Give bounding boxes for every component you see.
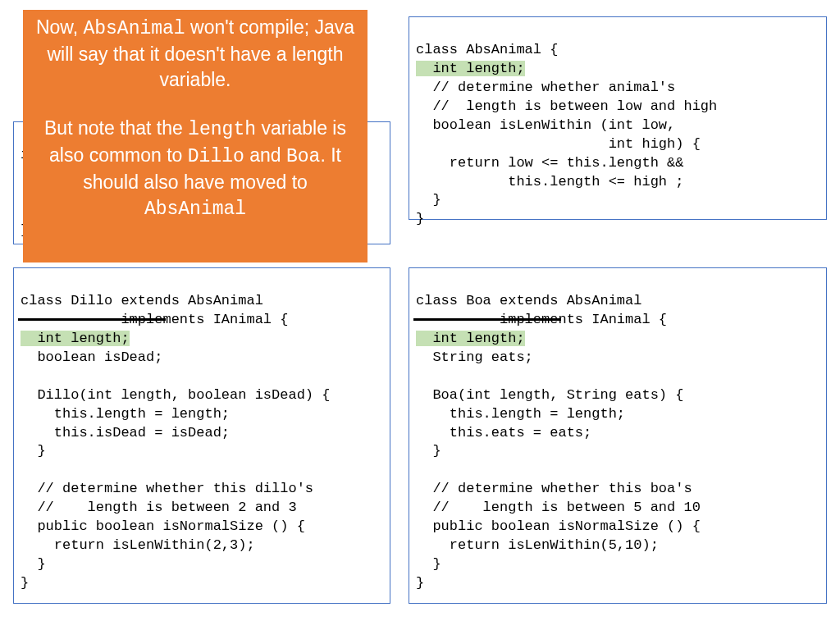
code-line: this.eats = eats; — [416, 425, 591, 441]
code-line: } — [21, 443, 46, 459]
code-line: this.length = length; — [416, 406, 625, 422]
code-line: Boa(int length, String eats) { — [416, 387, 683, 403]
callout-paragraph-2: But note that the length variable is als… — [34, 116, 356, 222]
code-line: public boolean isNormalSize () { — [416, 518, 701, 534]
callout-box: Now, AbsAnimal won't compile; Java will … — [23, 10, 368, 262]
code-line: } — [416, 211, 424, 226]
highlighted-line: int length; — [21, 331, 130, 346]
code-line: String eats; — [416, 349, 533, 365]
strikethrough-line — [413, 318, 561, 321]
code-box-absanimal: class AbsAnimal { int length; // determi… — [409, 16, 827, 220]
callout-mono: Dillo — [188, 146, 244, 167]
code-line: // determine whether animal's — [416, 80, 675, 95]
code-line: boolean isDead; — [21, 349, 162, 365]
callout-paragraph-1: Now, AbsAnimal won't compile; Java will … — [34, 15, 356, 93]
code-line: return isLenWithin(5,10); — [416, 537, 659, 553]
callout-text: and — [244, 144, 286, 166]
code-line: // length is between low and high — [416, 98, 717, 114]
highlighted-line: int length; — [416, 331, 525, 346]
code-line: return isLenWithin(2,3); — [21, 537, 255, 553]
code-line: } — [21, 575, 29, 591]
callout-text: But note that the — [44, 117, 188, 139]
code-line: } — [416, 443, 441, 459]
callout-mono: length — [188, 119, 256, 140]
code-line: this.length <= high ; — [416, 174, 683, 189]
code-line: this.isDead = isDead; — [21, 425, 230, 441]
code-line: // length is between 2 and 3 — [21, 500, 297, 515]
code-line: class AbsAnimal { — [416, 42, 558, 57]
code-line: boolean isLenWithin (int low, — [416, 117, 675, 133]
strikethrough-line — [18, 318, 166, 321]
code-line: // determine whether this boa's — [416, 481, 692, 496]
code-line: // determine whether this dillo's — [21, 481, 313, 496]
code-line: class Dillo extends AbsAnimal — [21, 293, 263, 308]
callout-text: Now, — [36, 16, 84, 38]
code-line: } — [416, 556, 441, 572]
code-line: } — [21, 556, 46, 572]
callout-mono: AbsAnimal — [83, 18, 185, 39]
callout-mono: AbsAnimal — [144, 199, 246, 220]
code-line: Dillo(int length, boolean isDead) { — [21, 387, 330, 403]
highlighted-line: int length; — [416, 61, 525, 76]
code-line: } — [416, 192, 441, 208]
callout-spacer — [34, 93, 356, 116]
code-line: int high) { — [416, 136, 701, 152]
callout-mono: Boa — [286, 146, 320, 167]
code-line: return low <= this.length && — [416, 155, 683, 171]
code-line: public boolean isNormalSize () { — [21, 518, 305, 534]
code-line: // length is between 5 and 10 — [416, 500, 701, 515]
code-line: class Boa extends AbsAnimal — [416, 293, 641, 308]
code-line: this.length = length; — [21, 406, 230, 422]
code-line: } — [416, 575, 424, 591]
